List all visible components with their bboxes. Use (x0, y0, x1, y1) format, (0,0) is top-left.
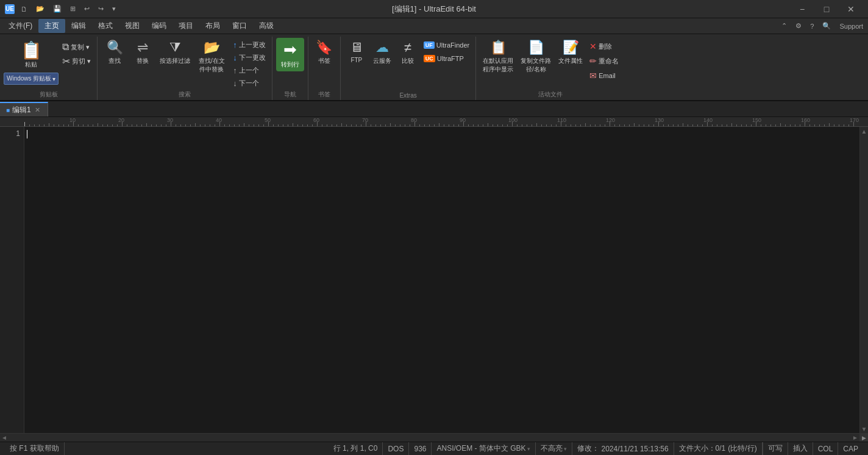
navigation-items: ➡ 转到行 (276, 38, 304, 89)
search-menu-button[interactable]: 🔍 (820, 21, 833, 31)
ultraftp-button[interactable]: UC UltraFTP (421, 54, 472, 63)
status-highlight[interactable]: 不高亮 (536, 442, 572, 455)
menu-home[interactable]: 主页 (38, 19, 65, 33)
clipboard-dropdown-label: Windows 剪贴板 (7, 74, 51, 83)
menu-window[interactable]: 窗口 (226, 19, 253, 33)
tab-editor1[interactable]: ■ 编辑1 ✕ (0, 102, 48, 116)
status-cap-text: CAP (843, 445, 858, 453)
next-change-label: 下一更改 (239, 53, 266, 62)
ribbon-group-navigation: ➡ 转到行 导航 (272, 37, 308, 100)
hscroll-right-arrow[interactable]: ► (851, 434, 859, 442)
menu-project[interactable]: 项目 (173, 19, 199, 33)
paste-button[interactable]: 粘贴 (16, 38, 46, 71)
paste-label: 粘贴 (25, 60, 37, 69)
close-button[interactable]: ✕ (839, 0, 863, 18)
status-charset-dropdown[interactable]: ANSI/OEM - 简体中文 GBK (436, 443, 530, 454)
active-file-items: 📋 在默认应用程序中显示 📄 复制文件路径/名称 📝 文件属性 ✕ 删除 (480, 38, 621, 89)
filter-button[interactable]: ⧩ 按选择过滤 (157, 38, 193, 67)
find-in-files-button[interactable]: 📂 查找/在文件中替换 (194, 38, 229, 76)
ftp-button[interactable]: 🖥 FTP (344, 38, 369, 65)
copy-button[interactable]: 复制 ▾ (60, 40, 93, 54)
status-col: COL (813, 442, 838, 455)
cloud-button[interactable]: ☁ 云服务 (370, 38, 394, 67)
paste-icon (21, 40, 42, 60)
clipboard-dropdown[interactable]: Windows 剪贴板 ▾ (4, 73, 59, 85)
cut-drop-arrow: ▾ (87, 57, 91, 65)
menu-layout[interactable]: 布局 (199, 19, 226, 33)
editor-content[interactable] (24, 127, 859, 433)
open-in-button[interactable]: 📋 在默认应用程序中显示 (480, 38, 516, 76)
hscroll-track[interactable] (9, 434, 851, 442)
status-highlight-text: 不高亮 (541, 443, 563, 454)
find-button[interactable]: 🔍 查找 (101, 38, 128, 67)
cut-icon (62, 56, 70, 67)
find-label: 查找 (108, 57, 121, 65)
ribbon-collapse-button[interactable]: ⌃ (779, 21, 789, 31)
minimize-button[interactable]: − (790, 0, 814, 18)
tab-close-button[interactable]: ✕ (34, 106, 41, 114)
prev-button[interactable]: ↑ 上一个 (230, 65, 268, 76)
status-cap: CAP (838, 442, 863, 455)
menu-format[interactable]: 格式 (92, 19, 119, 33)
next-change-button[interactable]: ↓ 下一更改 (230, 52, 268, 63)
ribbon-group-search: 🔍 查找 ⇌ 替换 ⧩ 按选择过滤 📂 查找/在文件中替换 ↑ (98, 37, 272, 100)
bookmark-button[interactable]: 🔖 书签 (312, 38, 336, 67)
menu-edit[interactable]: 编辑 (65, 19, 92, 33)
customize-button[interactable]: ▾ (110, 4, 118, 14)
new-button[interactable]: 🗋 (18, 4, 30, 14)
vertical-scrollbar[interactable]: ▲ ▼ (859, 127, 868, 433)
next-button[interactable]: ↓ 下一个 (230, 77, 268, 89)
save-all-button[interactable]: ⊞ (68, 4, 78, 14)
scroll-down-arrow[interactable]: ▼ (860, 425, 868, 433)
scroll-up-arrow[interactable]: ▲ (860, 127, 868, 135)
menu-file[interactable]: 文件(F) (2, 19, 38, 33)
redo-title-button[interactable]: ↪ (96, 4, 106, 14)
menu-view[interactable]: 视图 (119, 19, 146, 33)
cloud-label: 云服务 (373, 57, 391, 65)
goto-button[interactable]: ➡ 转到行 (276, 38, 304, 71)
next-icon: ↓ (233, 79, 237, 88)
cut-button[interactable]: 剪切 ▾ (60, 54, 93, 68)
ultrafinder-button[interactable]: UF UltraFinder (421, 40, 472, 50)
status-col-text: COL (818, 445, 833, 453)
email-icon: ✉ (589, 71, 597, 81)
email-button[interactable]: ✉ Email (587, 70, 621, 82)
hscroll-end-button[interactable]: ▶ (859, 434, 868, 442)
scroll-track[interactable] (860, 135, 868, 425)
maximize-button[interactable]: □ (814, 0, 839, 18)
rename-button[interactable]: ✏ 重命名 (587, 55, 621, 67)
ribbon-settings-button[interactable]: ⚙ (793, 21, 804, 31)
status-encoding: DOS (383, 442, 409, 455)
delete-button[interactable]: ✕ 删除 (587, 40, 621, 52)
file-props-button[interactable]: 📝 文件属性 (555, 38, 586, 67)
copy-path-button[interactable]: 📄 复制文件路径/名称 (518, 38, 554, 76)
replace-button[interactable]: ⇌ 替换 (129, 38, 156, 67)
ruler (0, 117, 868, 127)
support-button[interactable]: Support (837, 21, 866, 31)
horizontal-scrollbar: ◄ ► ▶ (0, 433, 868, 442)
status-modified: 修改： 2024/11/21 15:13:56 (572, 442, 674, 455)
menu-advanced[interactable]: 高级 (253, 19, 280, 33)
extras-items: 🖥 FTP ☁ 云服务 ≠ 比较 UF UltraFinder UC (344, 38, 472, 91)
ultra-apps-column: UF UltraFinder UC UltraFTP (421, 40, 472, 63)
open-in-icon: 📋 (490, 40, 507, 56)
status-highlight-dropdown[interactable]: 不高亮 (541, 443, 567, 454)
undo-title-button[interactable]: ↩ (82, 4, 92, 14)
save-button[interactable]: 💾 (51, 4, 64, 14)
status-datetime: 2024/11/21 15:13:56 (602, 445, 669, 453)
status-writable-text: 可写 (768, 443, 783, 454)
ultrafinder-label: UltraFinder (436, 41, 469, 49)
status-insert-mode[interactable]: 插入 (788, 442, 813, 455)
help-button[interactable]: ? (808, 21, 816, 31)
bookmark-label: 书签 (318, 57, 330, 65)
diff-button[interactable]: ≠ 比较 (396, 38, 420, 67)
copy-drop-arrow: ▾ (86, 43, 90, 51)
clipboard-label: 剪贴板 (40, 89, 58, 100)
prev-change-button[interactable]: ↑ 上一更改 (230, 39, 268, 51)
menu-encoding[interactable]: 编码 (146, 19, 173, 33)
hscroll-left-arrow[interactable]: ◄ (0, 434, 9, 442)
status-bar: 按 F1 获取帮助 行 1, 列 1, C0 DOS 936 ANSI/OEM … (0, 442, 868, 455)
tab-bar: ■ 编辑1 ✕ (0, 101, 868, 117)
open-button[interactable]: 📂 (34, 4, 47, 14)
status-charset[interactable]: ANSI/OEM - 简体中文 GBK (432, 442, 535, 455)
